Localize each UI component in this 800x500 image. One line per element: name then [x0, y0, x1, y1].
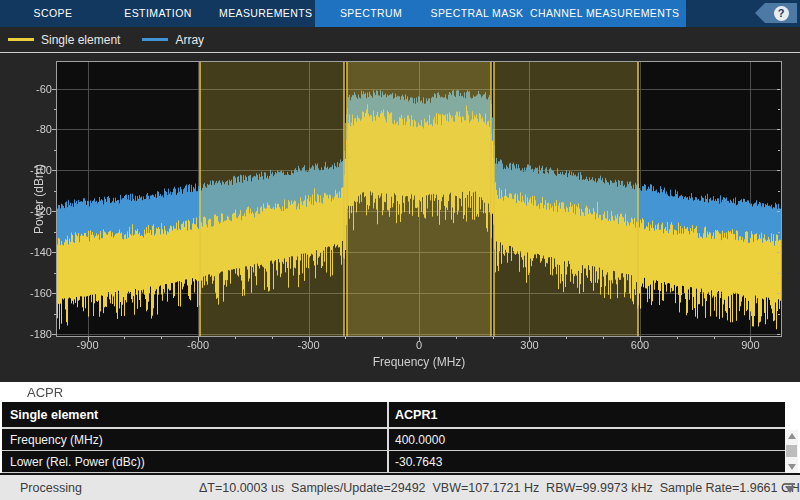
status-state-label: Processing: [20, 481, 82, 495]
legend-item-array[interactable]: Array: [142, 33, 204, 47]
legend-bar: Single elementArray: [0, 27, 800, 52]
table-row-0-label-cell: Frequency (MHz): [2, 429, 389, 450]
table-scrollbar[interactable]: [785, 430, 798, 473]
legend-label: Single element: [41, 33, 120, 47]
table-row-0-value-cell: 400.0000: [389, 429, 785, 450]
y-tick-label: -100: [0, 164, 52, 176]
spectrum-analyzer-window: SCOPEESTIMATIONMEASUREMENTSSPECTRUMSPECT…: [0, 0, 800, 500]
x-tick-label: 600: [631, 339, 649, 351]
legend-line-swatch: [8, 38, 34, 41]
table-row-1-value-cell: -30.7643: [389, 451, 785, 472]
help-button[interactable]: ?: [755, 3, 797, 23]
y-tick-label: -120: [0, 205, 52, 217]
tab-measurements[interactable]: MEASUREMENTS: [219, 0, 311, 27]
table-row-1-label-cell: Lower (Rel. Power (dBc)): [2, 451, 389, 472]
scroll-to-bottom-icon[interactable]: [783, 483, 796, 494]
y-tick-label: -80: [0, 123, 52, 135]
status-bar: Processing ΔT=10.0003 us Samples/Update=…: [0, 473, 800, 500]
y-tick-label: -140: [0, 246, 52, 258]
measurement-panel-header: ACPR: [0, 382, 800, 402]
table-row-0: Frequency (MHz)400.0000: [2, 429, 785, 451]
status-metrics-text: ΔT=10.0003 us Samples/Update=29492 VBW=1…: [199, 481, 800, 495]
legend-item-single-element[interactable]: Single element: [8, 33, 120, 47]
acpr-panel-title: ACPR: [27, 385, 63, 400]
toolstrip-tabbar: SCOPEESTIMATIONMEASUREMENTSSPECTRUMSPECT…: [0, 0, 800, 27]
tab-spectral-mask[interactable]: SPECTRAL MASK: [430, 0, 524, 27]
table-header-row-label-cell: Single element: [2, 402, 389, 427]
x-axis-title: Frequency (MHz): [57, 355, 781, 369]
spectrum-plot-canvas[interactable]: [0, 53, 800, 382]
scrollbar-down-icon[interactable]: [788, 464, 796, 470]
help-icon: ?: [774, 6, 789, 21]
tab-estimation[interactable]: ESTIMATION: [122, 0, 194, 27]
x-tick-label: -900: [77, 339, 99, 351]
legend-label: Array: [175, 33, 204, 47]
x-tick-label: -300: [298, 339, 320, 351]
x-tick-label: 900: [741, 339, 759, 351]
x-tick-label: 300: [520, 339, 538, 351]
spectrum-figure: Power (dBm) Frequency (MHz) -900-600-300…: [0, 53, 800, 382]
table-header-row-value-cell: ACPR1: [389, 402, 785, 427]
x-tick-label: 0: [416, 339, 422, 351]
table-row-1: Lower (Rel. Power (dBc))-30.7643: [2, 451, 785, 473]
y-axis-title: Power (dBm): [32, 139, 46, 259]
scrollbar-thumb[interactable]: [786, 445, 797, 457]
y-tick-label: -160: [0, 287, 52, 299]
tab-channel-measurements[interactable]: CHANNEL MEASUREMENTS: [530, 0, 678, 27]
scrollbar-up-icon[interactable]: [788, 433, 796, 439]
acpr-table: Single elementACPR1Frequency (MHz)400.00…: [0, 402, 800, 473]
tab-scope[interactable]: SCOPE: [30, 0, 76, 27]
y-tick-label: -180: [0, 328, 52, 340]
table-header-row: Single elementACPR1: [2, 402, 785, 429]
x-tick-label: -600: [187, 339, 209, 351]
y-tick-label: -60: [0, 83, 52, 95]
tab-spectrum[interactable]: SPECTRUM: [337, 0, 405, 27]
legend-line-swatch: [142, 38, 168, 41]
